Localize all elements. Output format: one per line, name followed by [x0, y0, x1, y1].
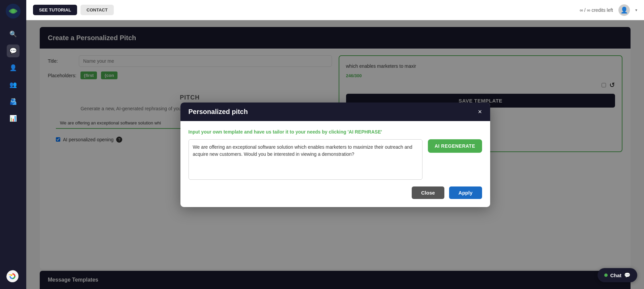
modal-title: Personalized pitch: [189, 108, 248, 116]
user-icon-nav[interactable]: 👤: [7, 61, 20, 74]
chat-icon-nav[interactable]: 💬: [7, 45, 20, 57]
chat-button[interactable]: Chat 💬: [598, 268, 637, 282]
chat-label: Chat: [610, 272, 621, 278]
chart-icon-nav[interactable]: 📊: [7, 112, 20, 125]
credits-display: ∞ / ∞ credits left: [580, 7, 613, 13]
chat-online-dot: [604, 273, 608, 277]
app-logo[interactable]: [5, 3, 21, 19]
group-icon-nav[interactable]: 👥: [7, 78, 20, 91]
close-modal-button[interactable]: Close: [412, 186, 444, 199]
avatar-dropdown-icon[interactable]: ▾: [635, 8, 637, 12]
modal-close-button[interactable]: ×: [478, 108, 482, 115]
team-icon-nav[interactable]: 🫂: [7, 95, 20, 108]
tutorial-button[interactable]: SEE TUTORIAL: [33, 5, 77, 15]
modal-header: Personalized pitch ×: [180, 103, 490, 121]
modal-body: Input your own template and have us tail…: [180, 121, 490, 207]
avatar[interactable]: 👤: [618, 4, 630, 16]
contact-button[interactable]: CONTACT: [80, 5, 114, 15]
apply-button[interactable]: Apply: [449, 186, 482, 199]
regenerate-button[interactable]: AI REGENERATE: [428, 139, 482, 153]
chrome-icon-nav[interactable]: [6, 270, 20, 284]
modal-wrapper: Personalized pitch × Input your own temp…: [26, 20, 644, 289]
modal-textarea[interactable]: We are offering an exceptional software …: [189, 139, 422, 180]
svg-point-1: [11, 9, 15, 13]
modal-instruction: Input your own template and have us tail…: [189, 129, 482, 135]
search-icon-nav[interactable]: 🔍: [7, 28, 20, 40]
main-content: Create a Personalized Pitch Title: Place…: [26, 20, 644, 289]
topbar: SEE TUTORIAL CONTACT ∞ / ∞ credits left …: [26, 0, 644, 20]
chat-bubble-icon: 💬: [624, 272, 631, 278]
sidebar: 🔍 💬 👤 👥 🫂 📊: [0, 0, 26, 289]
modal: Personalized pitch × Input your own temp…: [180, 103, 490, 207]
